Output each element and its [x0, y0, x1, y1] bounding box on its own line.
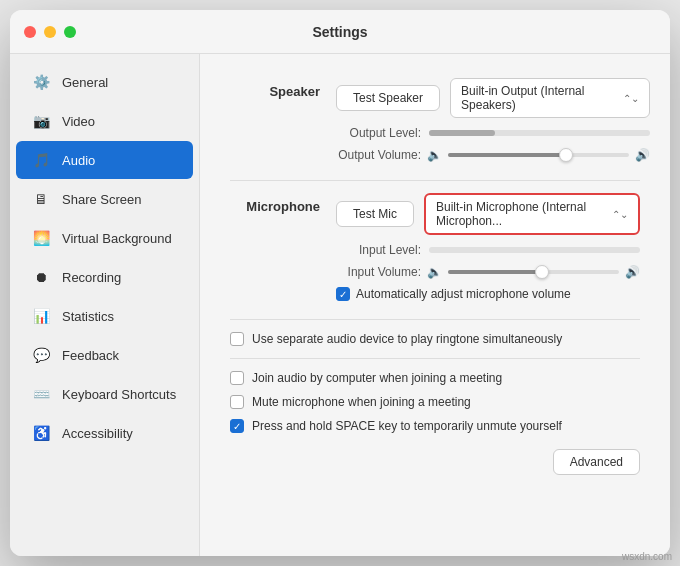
main-content: Speaker Test Speaker Built-in Output (In… — [200, 54, 670, 556]
speaker-row: Test Speaker Built-in Output (Internal S… — [336, 78, 650, 118]
output-level-bar — [429, 130, 650, 136]
separate-audio-checkbox[interactable] — [230, 332, 244, 346]
sidebar-item-recording[interactable]: ⏺Recording — [16, 258, 193, 296]
sidebar-item-virtual-background[interactable]: 🌅Virtual Background — [16, 219, 193, 257]
general-icon: ⚙️ — [30, 71, 52, 93]
auto-adjust-label: Automatically adjust microphone volume — [356, 287, 571, 301]
bottom-divider — [230, 358, 640, 359]
sidebar-label-share-screen: Share Screen — [62, 192, 142, 207]
keyboard-shortcuts-icon: ⌨️ — [30, 383, 52, 405]
sidebar-label-feedback: Feedback — [62, 348, 119, 363]
sidebar-item-keyboard-shortcuts[interactable]: ⌨️Keyboard Shortcuts — [16, 375, 193, 413]
microphone-dropdown-value: Built-in Microphone (Internal Microphon.… — [436, 200, 604, 228]
auto-adjust-row: Automatically adjust microphone volume — [336, 287, 640, 301]
sidebar-item-audio[interactable]: 🎵Audio — [16, 141, 193, 179]
accessibility-icon: ♿ — [30, 422, 52, 444]
input-level-label: Input Level: — [336, 243, 421, 257]
sidebar-item-feedback[interactable]: 💬Feedback — [16, 336, 193, 374]
sidebar-item-statistics[interactable]: 📊Statistics — [16, 297, 193, 335]
space-key-row: Press and hold SPACE key to temporarily … — [230, 419, 640, 433]
speaker-divider — [230, 180, 640, 181]
sidebar-label-accessibility: Accessibility — [62, 426, 133, 441]
sidebar-label-virtual-background: Virtual Background — [62, 231, 172, 246]
minimize-button[interactable] — [44, 26, 56, 38]
virtual-background-icon: 🌅 — [30, 227, 52, 249]
input-volume-thumb[interactable] — [535, 265, 549, 279]
test-speaker-button[interactable]: Test Speaker — [336, 85, 440, 111]
audio-icon: 🎵 — [30, 149, 52, 171]
space-key-checkbox[interactable] — [230, 419, 244, 433]
input-volume-high-icon: 🔊 — [625, 265, 640, 279]
speaker-dropdown-value: Built-in Output (Internal Speakers) — [461, 84, 615, 112]
sidebar: ⚙️General📷Video🎵Audio🖥Share Screen🌅Virtu… — [10, 54, 200, 556]
input-volume-label: Input Volume: — [336, 265, 421, 279]
join-audio-label: Join audio by computer when joining a me… — [252, 371, 502, 385]
output-volume-row: Output Volume: 🔈 🔊 — [336, 148, 650, 162]
close-button[interactable] — [24, 26, 36, 38]
input-volume-slider[interactable] — [448, 270, 619, 274]
speaker-label: Speaker — [230, 78, 320, 99]
microphone-dropdown[interactable]: Built-in Microphone (Internal Microphon.… — [424, 193, 640, 235]
feedback-icon: 💬 — [30, 344, 52, 366]
sidebar-label-recording: Recording — [62, 270, 121, 285]
speaker-dropdown-arrow: ⌃⌄ — [623, 93, 639, 104]
mute-mic-checkbox[interactable] — [230, 395, 244, 409]
output-level-row: Output Level: — [336, 126, 650, 140]
titlebar: Settings — [10, 10, 670, 54]
volume-high-icon: 🔊 — [635, 148, 650, 162]
share-screen-icon: 🖥 — [30, 188, 52, 210]
output-volume-fill — [448, 153, 566, 157]
output-volume-label: Output Volume: — [336, 148, 421, 162]
microphone-section: Microphone Test Mic Built-in Microphone … — [230, 193, 640, 301]
statistics-icon: 📊 — [30, 305, 52, 327]
video-icon: 📷 — [30, 110, 52, 132]
sidebar-item-video[interactable]: 📷Video — [16, 102, 193, 140]
space-key-label: Press and hold SPACE key to temporarily … — [252, 419, 562, 433]
input-volume-row: Input Volume: 🔈 🔊 — [336, 265, 640, 279]
input-level-bar — [429, 247, 640, 253]
mute-mic-label: Mute microphone when joining a meeting — [252, 395, 471, 409]
input-volume-fill — [448, 270, 542, 274]
sidebar-item-share-screen[interactable]: 🖥Share Screen — [16, 180, 193, 218]
microphone-controls: Test Mic Built-in Microphone (Internal M… — [336, 193, 640, 301]
speaker-section: Speaker Test Speaker Built-in Output (In… — [230, 78, 640, 162]
sidebar-label-audio: Audio — [62, 153, 95, 168]
sidebar-label-video: Video — [62, 114, 95, 129]
output-volume-thumb[interactable] — [559, 148, 573, 162]
content-area: ⚙️General📷Video🎵Audio🖥Share Screen🌅Virtu… — [10, 54, 670, 556]
output-level-fill — [429, 130, 495, 136]
output-volume-slider[interactable] — [448, 153, 629, 157]
output-level-label: Output Level: — [336, 126, 421, 140]
advanced-section: Advanced — [230, 449, 640, 475]
volume-low-icon: 🔈 — [427, 148, 442, 162]
traffic-lights — [24, 26, 76, 38]
test-mic-button[interactable]: Test Mic — [336, 201, 414, 227]
microphone-label: Microphone — [230, 193, 320, 214]
mic-divider — [230, 319, 640, 320]
maximize-button[interactable] — [64, 26, 76, 38]
separate-audio-label: Use separate audio device to play ringto… — [252, 332, 562, 346]
speaker-controls: Test Speaker Built-in Output (Internal S… — [336, 78, 650, 162]
sidebar-item-accessibility[interactable]: ♿Accessibility — [16, 414, 193, 452]
auto-adjust-checkbox[interactable] — [336, 287, 350, 301]
watermark: wsxdn.com — [622, 551, 672, 562]
advanced-button[interactable]: Advanced — [553, 449, 640, 475]
join-audio-row: Join audio by computer when joining a me… — [230, 371, 640, 385]
settings-window: Settings ⚙️General📷Video🎵Audio🖥Share Scr… — [10, 10, 670, 556]
sidebar-label-statistics: Statistics — [62, 309, 114, 324]
input-volume-low-icon: 🔈 — [427, 265, 442, 279]
mute-mic-row: Mute microphone when joining a meeting — [230, 395, 640, 409]
separate-audio-row: Use separate audio device to play ringto… — [230, 332, 640, 346]
microphone-row: Test Mic Built-in Microphone (Internal M… — [336, 193, 640, 235]
microphone-dropdown-arrow: ⌃⌄ — [612, 209, 628, 220]
input-level-row: Input Level: — [336, 243, 640, 257]
sidebar-item-general[interactable]: ⚙️General — [16, 63, 193, 101]
bottom-section: Join audio by computer when joining a me… — [230, 371, 640, 433]
speaker-dropdown[interactable]: Built-in Output (Internal Speakers) ⌃⌄ — [450, 78, 650, 118]
join-audio-checkbox[interactable] — [230, 371, 244, 385]
recording-icon: ⏺ — [30, 266, 52, 288]
window-title: Settings — [312, 24, 367, 40]
sidebar-label-keyboard-shortcuts: Keyboard Shortcuts — [62, 387, 176, 402]
sidebar-label-general: General — [62, 75, 108, 90]
